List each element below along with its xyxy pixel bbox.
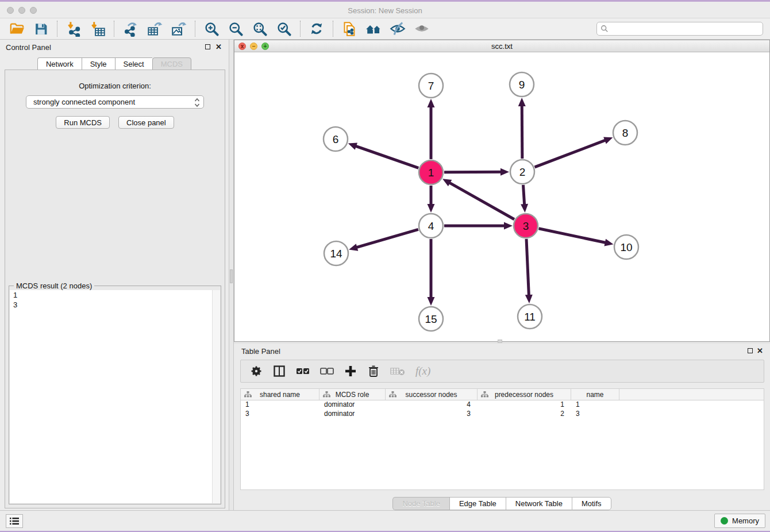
cell-successor-nodes[interactable]: 3	[386, 410, 478, 419]
graph-node-2[interactable]: 2	[510, 160, 534, 184]
zoom-selected-icon	[276, 21, 292, 37]
table-panel-close-icon[interactable]: ✕	[757, 347, 763, 354]
graph-node-9[interactable]: 9	[510, 72, 534, 97]
cell-shared-name[interactable]: 3	[241, 410, 319, 419]
zoom-out-button[interactable]	[224, 20, 248, 38]
mcds-result-line: 3	[10, 300, 220, 310]
table-panel-float-icon[interactable]	[748, 347, 753, 354]
zoom-in-icon	[204, 21, 220, 37]
export-network-button[interactable]	[118, 20, 143, 38]
graph-edge[interactable]	[539, 229, 607, 243]
delete-table-button[interactable]	[390, 364, 405, 379]
search-field-wrap	[596, 22, 763, 36]
application-window: Session: New Session	[0, 0, 770, 532]
import-network-button[interactable]	[61, 20, 86, 38]
graph-edge[interactable]	[448, 182, 514, 219]
network-window-titlebar[interactable]: x – + scc.txt	[234, 40, 769, 52]
graph-node-11[interactable]: 11	[518, 304, 542, 329]
column-header-name[interactable]: name	[571, 389, 619, 400]
tab-network-table[interactable]: Network Table	[506, 497, 572, 510]
graph-node-10[interactable]: 10	[614, 235, 638, 259]
graph-edge[interactable]	[523, 185, 524, 206]
tab-motifs[interactable]: Motifs	[572, 497, 611, 510]
graph-node-15[interactable]: 15	[419, 307, 443, 331]
graph-node-label: 10	[620, 241, 632, 253]
control-panel-close-icon[interactable]: ✕	[215, 43, 222, 51]
tab-network[interactable]: Network	[37, 57, 82, 70]
graph-edge-arrowhead	[428, 99, 435, 107]
graph-edge[interactable]	[356, 229, 418, 248]
cell-name[interactable]: 3	[571, 410, 619, 419]
column-header-successor-nodes[interactable]: successor nodes	[386, 389, 478, 400]
export-table-button[interactable]	[143, 20, 167, 38]
chevron-up-down-icon	[194, 98, 200, 107]
import-network-icon	[66, 21, 82, 37]
cell-successor-nodes[interactable]: 4	[386, 400, 478, 410]
delete-column-button[interactable]	[367, 364, 380, 379]
vertical-splitter[interactable]	[229, 40, 234, 513]
table-settings-button[interactable]	[250, 364, 263, 379]
tab-style[interactable]: Style	[82, 57, 115, 70]
tab-mcds[interactable]: MCDS	[152, 57, 191, 70]
column-header-predecessor-nodes[interactable]: predecessor nodes	[478, 389, 571, 400]
clone-network-button[interactable]	[337, 20, 361, 38]
graph-node-6[interactable]: 6	[324, 127, 348, 151]
network-graph: 7968124314101511	[234, 53, 769, 341]
open-file-button[interactable]	[5, 20, 29, 38]
cell-predecessor-nodes[interactable]: 2	[478, 410, 571, 419]
export-image-button[interactable]	[167, 20, 191, 38]
cell-predecessor-nodes[interactable]: 1	[478, 400, 571, 410]
cell-mcds-role[interactable]: dominator	[319, 410, 386, 419]
split-view-button[interactable]	[273, 364, 286, 379]
graph-edge[interactable]	[535, 140, 607, 167]
graph-node-4[interactable]: 4	[419, 214, 443, 238]
run-mcds-button[interactable]: Run MCDS	[56, 116, 110, 129]
graph-edge[interactable]	[355, 146, 418, 168]
graph-node-label: 7	[428, 80, 434, 92]
graph-edge[interactable]	[444, 172, 502, 172]
cell-shared-name[interactable]: 1	[241, 400, 319, 410]
tab-node-table[interactable]: Node Table	[392, 497, 449, 510]
unselect-all-columns-button[interactable]	[320, 364, 334, 379]
import-table-button[interactable]	[86, 20, 110, 38]
graph-node-14[interactable]: 14	[324, 241, 348, 265]
tab-select[interactable]: Select	[115, 57, 152, 70]
add-column-button[interactable]	[344, 364, 357, 379]
cell-name[interactable]: 1	[571, 400, 619, 410]
cell-mcds-role[interactable]: dominator	[319, 400, 386, 410]
zoom-in-button[interactable]	[199, 20, 224, 38]
optimization-criterion-select[interactable]: strongly connected component	[26, 95, 204, 109]
control-panel-float-icon[interactable]	[205, 43, 210, 51]
column-header-shared-name[interactable]: shared name	[241, 389, 319, 400]
mcds-result-text-area[interactable]: 1 3	[10, 290, 220, 503]
save-session-button[interactable]	[29, 20, 53, 38]
zoom-fit-button[interactable]	[248, 20, 272, 38]
zoom-selected-button[interactable]	[272, 20, 296, 38]
network-canvas[interactable]: 7968124314101511	[234, 53, 769, 341]
graph-node-1[interactable]: 1	[419, 160, 443, 184]
graph-edge[interactable]	[526, 239, 529, 296]
splitter-grip[interactable]	[498, 340, 502, 343]
select-all-columns-button[interactable]	[296, 364, 310, 379]
table-row[interactable]: 1 dominator 4 1 1	[241, 400, 764, 410]
graph-node-label: 9	[519, 79, 525, 91]
graph-node-8[interactable]: 8	[613, 121, 637, 145]
first-neighbors-button[interactable]	[361, 20, 386, 38]
result-scrollbar[interactable]	[212, 290, 220, 503]
hide-selected-button[interactable]	[386, 20, 410, 38]
graph-edge[interactable]	[522, 105, 522, 159]
show-all-button[interactable]	[410, 20, 434, 38]
task-history-button[interactable]	[6, 514, 23, 528]
search-input[interactable]	[596, 22, 763, 36]
graph-node-3[interactable]: 3	[514, 214, 538, 238]
close-panel-button[interactable]: Close panel	[118, 116, 174, 129]
graph-node-7[interactable]: 7	[419, 74, 443, 98]
first-neighbors-icon	[365, 21, 382, 37]
tab-edge-table[interactable]: Edge Table	[449, 497, 506, 510]
apply-layout-button[interactable]	[305, 20, 329, 38]
function-builder-button[interactable]: f(x)	[415, 364, 430, 379]
memory-button[interactable]: Memory	[714, 514, 765, 528]
table-row[interactable]: 3 dominator 3 2 3	[241, 410, 764, 419]
splitter-handle[interactable]	[230, 269, 233, 283]
column-header-mcds-role[interactable]: MCDS role	[319, 389, 386, 400]
